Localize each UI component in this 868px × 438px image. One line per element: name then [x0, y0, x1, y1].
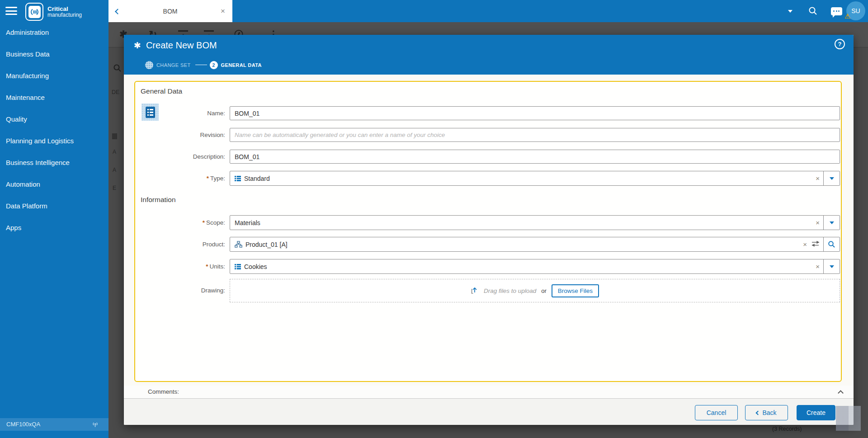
sidebar: Critical manufacturing Administration Bu… [0, 0, 108, 438]
dialog-footer: Cancel Back Create [124, 399, 854, 425]
back-chevron-icon [756, 411, 760, 415]
general-data-panel: General Data Name: BOM_01 Revision: Name… [134, 81, 842, 382]
units-label: *Units: [135, 259, 225, 274]
tab-bar: BOM × SU ⚠ [108, 0, 868, 22]
revision-input[interactable]: Name can be automatically generated or y… [230, 128, 840, 142]
cancel-button[interactable]: Cancel [695, 405, 738, 420]
comments-collapse-icon[interactable] [838, 390, 844, 396]
sidebar-item-business-data[interactable]: Business Data [0, 43, 108, 65]
type-select[interactable]: Standard × [230, 171, 840, 186]
tab-bom[interactable]: BOM × [108, 0, 232, 22]
avatar-initials: SU [851, 7, 860, 14]
brand-logo: Critical manufacturing [25, 3, 82, 21]
back-button[interactable]: Back [745, 405, 788, 420]
scope-select[interactable]: Materials × [230, 215, 840, 230]
tab-back-icon[interactable] [116, 7, 120, 15]
brand-name-line2: manufacturing [47, 12, 82, 18]
or-text: or [541, 287, 547, 294]
revision-label: Revision: [135, 128, 225, 142]
sidebar-item-manufacturing[interactable]: Manufacturing [0, 65, 108, 87]
sidebar-item-business-intelligence[interactable]: Business Intelligence [0, 152, 108, 174]
type-clear-icon[interactable]: × [816, 174, 820, 182]
units-select[interactable]: Cookies × [230, 259, 840, 274]
menu-hamburger-icon[interactable] [5, 7, 17, 16]
drawing-dropzone[interactable]: Drag files to upload or Browse Files [230, 279, 840, 302]
product-filter-icon[interactable] [811, 241, 820, 248]
description-label: Description: [135, 150, 225, 164]
section-information: Information [141, 196, 176, 204]
units-clear-icon[interactable]: × [816, 263, 820, 270]
product-clear-icon[interactable]: × [803, 240, 807, 248]
description-input[interactable]: BOM_01 [230, 150, 840, 164]
connectivity-icon [92, 421, 99, 428]
sidebar-item-maintenance[interactable]: Maintenance [0, 87, 108, 108]
scope-clear-icon[interactable]: × [816, 219, 820, 226]
type-dropdown-icon[interactable] [823, 171, 840, 185]
cursor-artifact-overlay [836, 406, 861, 431]
sidebar-item-apps[interactable]: Apps [0, 217, 108, 239]
step2-indicator-icon: 2 [210, 61, 218, 69]
tab-label: BOM [120, 8, 221, 15]
drawing-label: Drawing: [135, 279, 225, 302]
background-row-icon [112, 133, 117, 139]
tab-close-icon[interactable]: × [221, 7, 225, 16]
background-row-text: A [113, 167, 116, 173]
product-search-button[interactable] [823, 237, 840, 251]
step2-label: GENERAL DATA [221, 62, 262, 68]
upload-icon [471, 287, 479, 295]
scope-dropdown-icon[interactable] [823, 216, 840, 230]
background-column-header: DE [112, 89, 119, 95]
product-label: Product: [135, 237, 225, 252]
revision-placeholder: Name can be automatically generated or y… [235, 132, 445, 138]
browse-files-button[interactable]: Browse Files [552, 284, 599, 297]
new-entity-icon: ✱ [134, 40, 141, 51]
units-list-icon [235, 264, 241, 269]
product-picker[interactable]: Product_01 [A] × [230, 237, 840, 252]
messages-icon[interactable] [830, 0, 843, 22]
sidebar-item-automation[interactable]: Automation [0, 174, 108, 195]
create-button[interactable]: Create [797, 405, 835, 420]
step1-indicator-icon[interactable] [145, 61, 153, 69]
environment-name: CMF100xQA [6, 421, 40, 428]
comments-label: Comments: [148, 388, 179, 395]
section-general-data: General Data [141, 87, 182, 95]
sidebar-item-planning-logistics[interactable]: Planning and Logistics [0, 130, 108, 152]
brand-name-line1: Critical [47, 6, 82, 12]
background-row-text: E [113, 185, 116, 191]
global-search-icon[interactable] [807, 0, 819, 22]
records-count: (3 Records) [772, 426, 802, 432]
logo-icon [25, 3, 43, 21]
sidebar-item-quality[interactable]: Quality [0, 108, 108, 130]
type-list-icon [235, 176, 241, 181]
name-input[interactable]: BOM_01 [230, 106, 840, 120]
product-hierarchy-icon [235, 241, 242, 248]
wizard-steps: CHANGE SET 2 GENERAL DATA [145, 61, 262, 69]
dialog-header: ✱ Create New BOM ? CHANGE SET 2 GENERAL … [124, 35, 854, 75]
tabs-dropdown-icon[interactable] [785, 0, 796, 22]
sidebar-item-data-platform[interactable]: Data Platform [0, 195, 108, 217]
environment-statusbar: CMF100xQA [0, 418, 108, 431]
type-label: *Type: [135, 171, 225, 186]
scope-label: *Scope: [135, 215, 225, 230]
dialog-title: ✱ Create New BOM [134, 40, 217, 51]
background-row-text: A [113, 149, 116, 155]
step-connector [195, 65, 207, 65]
create-new-bom-dialog: ✱ Create New BOM ? CHANGE SET 2 GENERAL … [124, 35, 854, 425]
comments-bar[interactable]: Comments: [124, 386, 854, 399]
name-label: Name: [135, 106, 225, 120]
units-dropdown-icon[interactable] [823, 259, 840, 273]
sidebar-item-administration[interactable]: Administration [0, 22, 108, 43]
step1-label[interactable]: CHANGE SET [156, 62, 191, 68]
help-icon[interactable]: ? [835, 39, 845, 49]
warning-badge-icon: ⚠ [844, 12, 850, 20]
background-search-icon [113, 64, 122, 73]
sidebar-nav: Administration Business Data Manufacturi… [0, 22, 108, 239]
drag-files-text: Drag files to upload [484, 287, 536, 294]
